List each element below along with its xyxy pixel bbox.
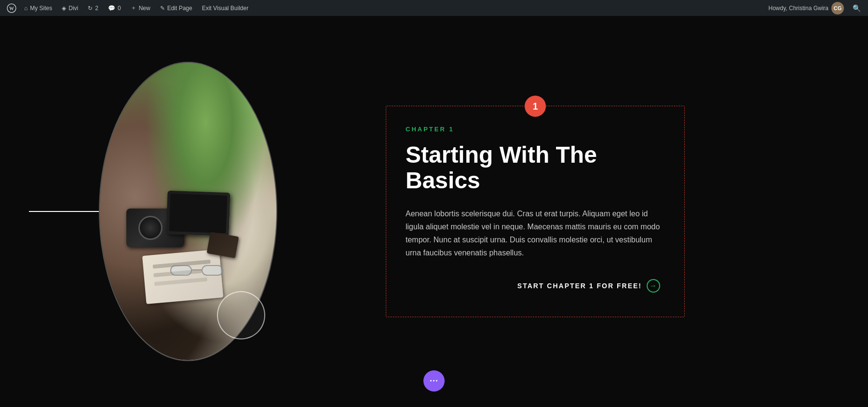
updates-icon: ↻	[88, 5, 93, 12]
pencil-icon: ✎	[160, 5, 165, 12]
divi-icon: ◈	[62, 5, 66, 12]
plus-icon: ＋	[131, 4, 136, 12]
updates-count: 2	[95, 5, 98, 12]
comments-icon: 💬	[108, 5, 115, 12]
main-content: 1 CHAPTER 1 Starting With The Basics Aen…	[0, 16, 868, 407]
chapter-body: Aenean lobortis scelerisque dui. Cras ut…	[406, 207, 660, 260]
decorative-circle	[217, 291, 265, 339]
edit-page-button[interactable]: ✎ Edit Page	[155, 0, 197, 16]
chapter-badge: 1	[525, 96, 546, 117]
dots-icon: ···	[430, 376, 438, 386]
exit-visual-builder-button[interactable]: Exit Visual Builder	[197, 0, 254, 16]
cta-link[interactable]: START CHAPTER 1 FOR FREE! →	[517, 279, 660, 293]
new-label: New	[139, 5, 150, 12]
admin-bar: W ⌂ My Sites ◈ Divi ↻ 2 💬 0 ＋ New ✎ Edit…	[0, 0, 868, 16]
howdy-text: Howdy, Christina Gwira	[769, 5, 828, 12]
chapter-label: CHAPTER 1	[406, 126, 660, 133]
updates-menu[interactable]: ↻ 2	[83, 0, 103, 16]
mysites-icon: ⌂	[24, 5, 27, 12]
search-button[interactable]: 🔍	[849, 0, 864, 16]
chapter-title: Starting With The Basics	[406, 142, 660, 194]
badge-number: 1	[532, 101, 538, 112]
search-icon: 🔍	[853, 4, 861, 12]
new-menu[interactable]: ＋ New	[126, 0, 155, 16]
chapter-box: 1 CHAPTER 1 Starting With The Basics Aen…	[386, 106, 685, 317]
exit-label: Exit Visual Builder	[202, 5, 249, 12]
edit-label: Edit Page	[167, 5, 192, 12]
left-section	[0, 16, 376, 407]
divi-menu[interactable]: ◈ Divi	[57, 0, 83, 16]
wordpress-logo[interactable]: W	[4, 0, 19, 16]
chapter-cta: START CHAPTER 1 FOR FREE! →	[406, 279, 660, 293]
admin-bar-right: Howdy, Christina Gwira CG 🔍	[764, 0, 864, 16]
svg-text:W: W	[9, 6, 14, 11]
comments-count: 0	[118, 5, 121, 12]
right-section: 1 CHAPTER 1 Starting With The Basics Aen…	[376, 106, 868, 317]
comments-menu[interactable]: 💬 0	[103, 0, 126, 16]
cta-arrow-icon: →	[647, 279, 660, 293]
divi-label: Divi	[68, 5, 78, 12]
mysites-label: My Sites	[30, 5, 52, 12]
floating-dots-button[interactable]: ···	[423, 370, 445, 392]
mysites-menu[interactable]: ⌂ My Sites	[19, 0, 57, 16]
avatar: CG	[831, 2, 844, 14]
cta-text: START CHAPTER 1 FOR FREE!	[517, 282, 642, 290]
user-menu[interactable]: Howdy, Christina Gwira CG	[764, 2, 849, 14]
